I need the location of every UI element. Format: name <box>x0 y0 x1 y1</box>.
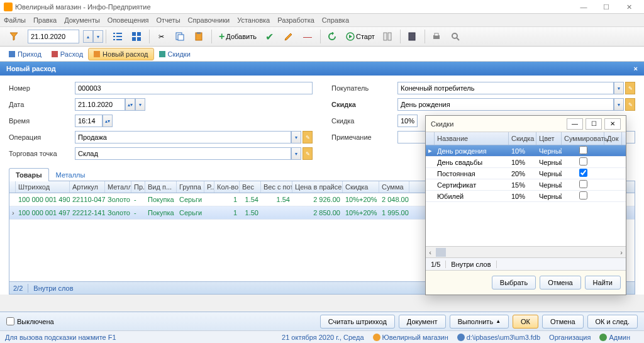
popup-titlebar[interactable]: Скидки — ☐ ✕ <box>426 116 626 132</box>
tab-skidki[interactable]: Скидки <box>154 48 196 60</box>
disabled-checkbox[interactable]: Выключена <box>6 317 54 325</box>
discount-field[interactable]: День рождения <box>397 98 614 111</box>
point-field[interactable]: Склад <box>75 147 291 160</box>
popup-find-button[interactable]: Найти <box>585 276 621 290</box>
menu-documents[interactable]: Документы <box>64 16 100 25</box>
cancel-button[interactable]: Отмена <box>542 315 583 329</box>
tab-rashod[interactable]: Расход <box>47 48 88 60</box>
copy-icon[interactable] <box>171 28 189 45</box>
popup-sum-checkbox[interactable] <box>579 146 587 154</box>
popup-col-color[interactable]: Цвет <box>536 132 562 145</box>
grid-search-mode[interactable]: Внутри слов <box>33 284 73 292</box>
read-barcode-button[interactable]: Считать штрихкод <box>320 315 395 329</box>
popup-row[interactable]: День свадьбы10%Черный <box>426 157 626 168</box>
op-field[interactable]: Продажа <box>75 131 291 143</box>
date-dropdown[interactable]: ▾ <box>93 30 103 43</box>
col-price[interactable]: Цена в прайсе <box>292 181 343 193</box>
col-barcode[interactable]: Штрихкод <box>16 181 70 193</box>
edit-icon[interactable] <box>280 28 297 45</box>
popup-maximize-icon[interactable]: ☐ <box>586 118 602 130</box>
menu-edit[interactable]: Правка <box>33 16 57 25</box>
check-icon[interactable]: ✔ <box>261 28 279 45</box>
print-icon[interactable] <box>428 28 445 45</box>
form-close-icon[interactable]: × <box>634 65 638 72</box>
col-article[interactable]: Артикул <box>70 181 105 193</box>
time-spin[interactable]: ▴▾ <box>103 115 113 127</box>
menu-notifications[interactable]: Оповещения <box>108 16 149 25</box>
popup-row[interactable]: Сертификат15%Черный <box>426 179 626 191</box>
toolbar-date-field[interactable]: 21.10.2020 <box>28 30 79 43</box>
col-metal[interactable]: Металл <box>105 181 131 193</box>
op-edit-icon[interactable]: ✎ <box>303 131 313 143</box>
maximize-button[interactable]: ☐ <box>595 1 618 13</box>
col-discount[interactable]: Скидка <box>343 181 379 193</box>
tab-new-rashod[interactable]: Новый расход <box>88 48 153 60</box>
popup-col-discount[interactable]: Скидка <box>509 132 536 145</box>
menu-references[interactable]: Справочники <box>188 16 230 25</box>
execute-button[interactable]: Выполнить▲ <box>450 315 509 329</box>
popup-close-icon[interactable]: ✕ <box>604 118 621 130</box>
search-icon[interactable] <box>447 28 464 45</box>
popup-sum-checkbox[interactable] <box>579 191 587 200</box>
popup-row[interactable]: Юбилей10%Черный <box>426 191 626 202</box>
popup-search-mode[interactable]: Внутри слов <box>446 261 496 268</box>
cut-icon[interactable]: ✂ <box>152 28 170 45</box>
popup-col-sum[interactable]: Суммировать <box>562 132 604 145</box>
buyer-dropdown[interactable]: ▾ <box>614 82 624 94</box>
popup-col-name[interactable]: Название <box>435 132 509 145</box>
op-dropdown[interactable]: ▾ <box>291 131 301 143</box>
buyer-edit-icon[interactable]: ✎ <box>625 82 635 94</box>
popup-sum-checkbox[interactable] <box>579 169 587 177</box>
date-field[interactable]: 21.10.2020 <box>75 98 125 111</box>
popup-body[interactable]: ▸День рождения10%Черный День свадьбы10%Ч… <box>426 145 626 246</box>
time-field[interactable]: 16:14 <box>75 115 103 127</box>
subtab-metals[interactable]: Металлы <box>49 168 92 181</box>
popup-sum-checkbox[interactable] <box>579 157 587 166</box>
close-button[interactable]: ✕ <box>618 1 640 13</box>
col-weight[interactable]: Вес <box>240 181 261 193</box>
col-vid[interactable]: Вид п... <box>145 181 177 193</box>
col-qty[interactable]: Кол-во <box>214 181 240 193</box>
point-dropdown[interactable]: ▾ <box>291 147 301 160</box>
col-pr[interactable]: Пр... <box>131 181 145 193</box>
menu-setup[interactable]: Установка <box>237 16 270 25</box>
start-button[interactable]: Старт <box>342 28 379 45</box>
number-field[interactable]: 000003 <box>75 82 313 94</box>
list-icon[interactable] <box>109 28 126 45</box>
document-button[interactable]: Документ <box>399 315 446 329</box>
tab-prihod[interactable]: Приход <box>4 48 47 60</box>
funnel-icon[interactable] <box>5 28 23 45</box>
paste-icon[interactable] <box>190 28 208 45</box>
discount2-field[interactable]: 10% <box>397 115 418 127</box>
menu-reports[interactable]: Отчеты <box>157 16 180 25</box>
popup-minimize-icon[interactable]: — <box>567 118 583 130</box>
buyer-field[interactable]: Конечный потребитель <box>397 82 614 94</box>
popup-row[interactable]: ▸День рождения10%Черный <box>426 145 626 157</box>
diff-icon[interactable] <box>379 28 396 45</box>
popup-sum-checkbox[interactable] <box>579 180 587 188</box>
popup-row[interactable]: Постоянная20%Черный <box>426 168 626 179</box>
discount-edit-icon[interactable]: ✎ <box>625 98 635 111</box>
col-group[interactable]: Группа <box>177 181 204 193</box>
col-sum[interactable]: Сумма <box>379 181 409 193</box>
date-spin-up[interactable]: ▴ <box>83 30 93 43</box>
menu-dev[interactable]: Разработка <box>277 16 314 25</box>
date-pick[interactable]: ▾ <box>135 98 145 111</box>
discount-dropdown[interactable]: ▾ <box>614 98 624 111</box>
col-r[interactable]: Р... <box>204 181 214 193</box>
popup-col-dok[interactable]: Док <box>604 132 622 145</box>
col-weight-loss[interactable]: Вес с пот. <box>261 181 292 193</box>
point-edit-icon[interactable]: ✎ <box>303 147 313 160</box>
minimize-button[interactable]: — <box>572 1 595 13</box>
date-spin[interactable]: ▴▾ <box>125 98 135 111</box>
menu-help[interactable]: Справка <box>322 16 349 25</box>
popup-scrollbar[interactable]: ‹› <box>426 246 626 257</box>
add-button[interactable]: +Добавить <box>214 28 261 45</box>
ok-button[interactable]: ОК <box>513 315 538 329</box>
popup-cancel-button[interactable]: Отмена <box>540 276 580 290</box>
delete-icon[interactable]: — <box>299 28 316 45</box>
menu-files[interactable]: Файлы <box>4 16 26 25</box>
popup-select-button[interactable]: Выбрать <box>492 276 536 290</box>
calc-icon[interactable] <box>403 28 421 45</box>
cards-icon[interactable] <box>128 28 145 45</box>
